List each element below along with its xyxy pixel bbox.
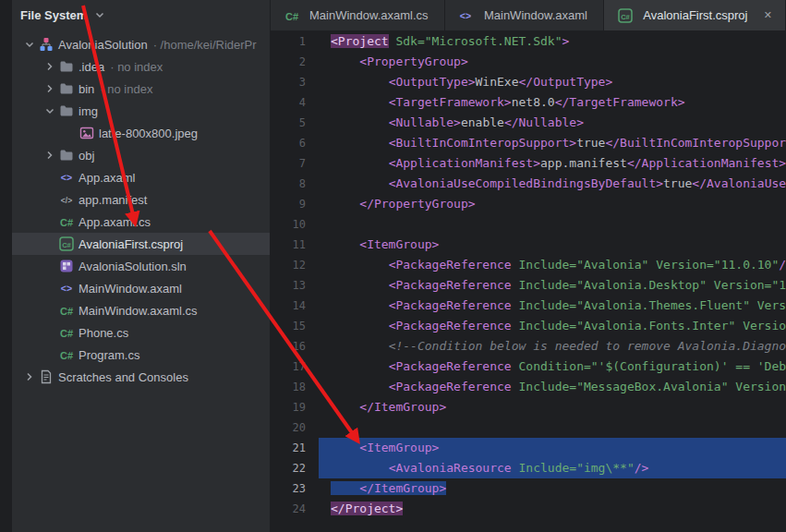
- csharp-icon: C#: [58, 303, 74, 318]
- line-number: 22: [271, 458, 306, 478]
- code-line-24[interactable]: </Project>: [319, 499, 786, 519]
- chevron-down-icon[interactable]: [91, 7, 108, 22]
- code-token: [512, 258, 519, 272]
- code-line-1[interactable]: <Project Sdk="Microsoft.NET.Sdk">: [319, 31, 786, 52]
- tree-item-idea[interactable]: .idea· no index: [12, 55, 270, 78]
- line-number: 6: [271, 133, 306, 153]
- tree-item-label: .idea: [79, 60, 104, 74]
- code-line-15[interactable]: <PackageReference Include="Avalonia.Font…: [319, 316, 786, 336]
- tree-item-app-manifest[interactable]: </>app.manifest: [12, 188, 270, 211]
- code-line-22[interactable]: <AvaloniaResource Include="img\**"/>: [319, 458, 786, 478]
- tree-item-label: obj: [79, 149, 94, 163]
- code-line-5[interactable]: <Nullable>enable</Nullable>: [319, 113, 786, 133]
- code-line-11[interactable]: <ItemGroup>: [319, 235, 786, 255]
- code-token: WinExe: [476, 75, 519, 89]
- tree-item-app-axaml[interactable]: <>App.axaml: [12, 166, 270, 188]
- tab-mainwindow-axaml-cs[interactable]: C#MainWindow.axaml.cs: [271, 0, 445, 30]
- code-token: Include="MessageBox.Avalonia" Version="3…: [519, 380, 786, 393]
- tree-item-scratches-and-consoles[interactable]: Scratches and Consoles: [12, 366, 270, 388]
- code-line-18[interactable]: <PackageReference Include="MessageBox.Av…: [319, 377, 786, 397]
- code-line-8[interactable]: <AvaloniaUseCompiledBindingsByDefault>tr…: [319, 174, 786, 194]
- tree-item-phone-cs[interactable]: C#Phone.cs: [12, 321, 270, 344]
- code-token: true: [576, 136, 605, 150]
- chevron-down-icon[interactable]: [42, 103, 58, 118]
- code-token: />: [779, 258, 786, 272]
- tree-item-avaloniafirst-csproj[interactable]: C#AvaloniaFirst.csproj: [12, 233, 270, 255]
- tab-avaloniafirst-csproj[interactable]: C#AvaloniaFirst.csproj✕: [604, 0, 786, 30]
- line-number: 3: [271, 72, 306, 92]
- code-token: </TargetFramework>: [555, 95, 685, 109]
- code-line-3[interactable]: <OutputType>WinExe</OutputType>: [319, 72, 786, 92]
- code-token: <ApplicationManifest>: [389, 156, 540, 170]
- code-token: Include="img\**": [519, 461, 635, 475]
- code-line-6[interactable]: <BuiltInComInteropSupport>true</BuiltInC…: [319, 133, 786, 153]
- code-token: <BuiltInComInteropSupport>: [389, 136, 577, 150]
- editor[interactable]: 123456789101112131415161718192021222324 …: [271, 31, 786, 532]
- code-line-20[interactable]: [319, 417, 786, 438]
- code-token: >: [562, 34, 569, 48]
- tab-label: MainWindow.axaml.cs: [309, 8, 429, 22]
- tree-item-img[interactable]: img: [12, 100, 270, 122]
- tree-item-app-axaml-cs[interactable]: C#App.axaml.cs: [12, 211, 270, 233]
- code-line-13[interactable]: <PackageReference Include="Avalonia.Desk…: [319, 275, 786, 296]
- close-icon[interactable]: ✕: [756, 9, 772, 21]
- code-line-12[interactable]: <PackageReference Include="Avalonia" Ver…: [319, 255, 786, 275]
- line-number: 11: [271, 235, 306, 255]
- tree-item-mainwindow-axaml[interactable]: <>MainWindow.axaml: [12, 277, 270, 299]
- tree-item-avaloniasolution-sln[interactable]: AvaloniaSolution.sln: [12, 255, 270, 277]
- tree-item-bin[interactable]: bin· no index: [12, 78, 270, 100]
- tree-item-mainwindow-axaml-cs[interactable]: C#MainWindow.axaml.cs: [12, 299, 270, 321]
- code-area[interactable]: <Project Sdk="Microsoft.NET.Sdk"> <Prope…: [319, 31, 786, 532]
- code-line-16[interactable]: <!--Condition below is needed to remove …: [319, 336, 786, 357]
- line-number: 16: [271, 336, 306, 357]
- panel-header[interactable]: File System: [12, 0, 270, 30]
- editor-column: C#MainWindow.axaml.cs<>MainWindow.axamlC…: [270, 0, 786, 532]
- code-line-9[interactable]: </PropertyGroup>: [319, 194, 786, 214]
- tree-item-label: latte-800x800.jpeg: [99, 127, 198, 140]
- code-token: <Nullable>: [389, 115, 461, 129]
- chevron-right-icon[interactable]: [42, 81, 58, 96]
- code-line-17[interactable]: <PackageReference Condition="'$(Configur…: [319, 357, 786, 377]
- code-token: [331, 115, 389, 129]
- code-line-14[interactable]: <PackageReference Include="Avalonia.Them…: [319, 296, 786, 316]
- xaml-icon: <>: [58, 281, 74, 296]
- tree-item-hint: · /home/kei/RiderPr: [153, 38, 257, 52]
- code-token: Include="Avalonia.Themes.Fluent" Version…: [519, 298, 786, 312]
- chevron-right-icon[interactable]: [42, 148, 58, 163]
- code-line-21[interactable]: <ItemGroup>: [319, 438, 786, 458]
- tree-item-label: App.axaml: [79, 171, 135, 185]
- tree-item-latte-800x800-jpeg[interactable]: latte-800x800.jpeg: [12, 122, 270, 144]
- rider-window: File System AvaloniaSolution· /home/kei/…: [0, 0, 786, 532]
- code-token: [331, 156, 389, 170]
- tree-item-label: app.manifest: [79, 193, 147, 207]
- folder-icon: [58, 148, 74, 163]
- tree-item-obj[interactable]: obj: [12, 144, 270, 166]
- tree-item-avaloniasolution[interactable]: AvaloniaSolution· /home/kei/RiderPr: [12, 33, 270, 55]
- code-token: [331, 75, 389, 89]
- toolwindow-stripe[interactable]: [0, 0, 12, 532]
- line-number: 15: [271, 316, 306, 336]
- csharp-icon: C#: [58, 214, 74, 229]
- solution-icon: [38, 37, 54, 52]
- csproj-icon: C#: [58, 236, 74, 251]
- tree-item-program-cs[interactable]: C#Program.cs: [12, 344, 270, 366]
- code-token: </OutputType>: [519, 75, 613, 89]
- editor-gutter[interactable]: 123456789101112131415161718192021222324: [271, 31, 319, 532]
- code-line-7[interactable]: <ApplicationManifest>app.manifest</Appli…: [319, 153, 786, 174]
- code-line-2[interactable]: <PropertyGroup>: [319, 52, 786, 72]
- tab-mainwindow-axaml[interactable]: <>MainWindow.axaml: [445, 0, 604, 30]
- chevron-down-icon[interactable]: [21, 37, 38, 52]
- code-token: [331, 176, 389, 190]
- chevron-right-icon[interactable]: [42, 59, 58, 74]
- line-number: 4: [271, 92, 306, 113]
- code-line-4[interactable]: <TargetFramework>net8.0</TargetFramework…: [319, 92, 786, 113]
- file-tree: AvaloniaSolution· /home/kei/RiderPr.idea…: [12, 30, 270, 388]
- code-line-23[interactable]: </ItemGroup>: [319, 478, 786, 499]
- scratches-icon: [38, 369, 54, 384]
- chevron-right-icon[interactable]: [21, 369, 38, 384]
- code-token: true: [663, 176, 692, 190]
- code-token: [331, 359, 389, 373]
- code-line-10[interactable]: [319, 214, 786, 235]
- code-line-19[interactable]: </ItemGroup>: [319, 397, 786, 417]
- line-number: 23: [271, 478, 306, 499]
